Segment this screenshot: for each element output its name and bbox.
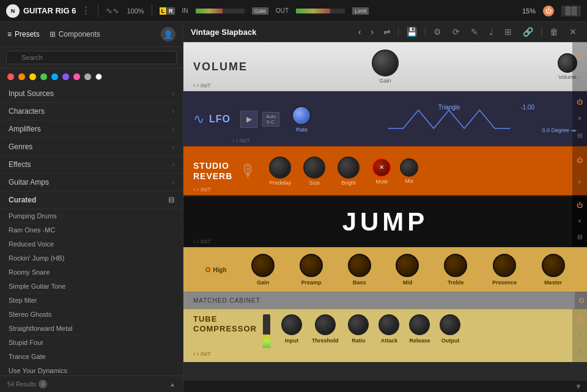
high-radio[interactable]	[205, 267, 210, 272]
amp-mid-knob[interactable]	[396, 254, 419, 277]
save-button[interactable]: 💾	[404, 26, 420, 38]
lfo-play-button[interactable]: ▶	[240, 111, 257, 128]
preset-ram-ones[interactable]: Ram Ones -MC	[0, 223, 183, 237]
menu-dots-icon[interactable]: ⋮	[81, 5, 90, 17]
preset-use-your-dynamics[interactable]: Use Your Dynamics	[0, 364, 183, 375]
mute-button[interactable]: ✕	[372, 158, 391, 177]
comp-prev-btn[interactable]: ‹	[193, 350, 195, 357]
amp-presence-knob[interactable]	[493, 254, 516, 277]
category-effects[interactable]: Effects ›	[0, 156, 183, 174]
comp-input-knob[interactable]	[281, 314, 302, 335]
list-view-icon[interactable]: ⊟	[168, 196, 174, 204]
edit-icon-btn[interactable]: ✎	[468, 26, 481, 38]
mix-knob[interactable]	[400, 158, 418, 177]
preset-rockin-jump[interactable]: Rockin' Jump (HB)	[0, 251, 183, 265]
search-input[interactable]	[6, 51, 177, 64]
category-characters[interactable]: Characters ›	[0, 103, 183, 120]
settings-icon-btn[interactable]: ⚙	[430, 26, 445, 38]
category-amplifiers[interactable]: Amplifiers ›	[0, 120, 183, 138]
preset-simple-guitar[interactable]: Simple Guitar Tone	[0, 279, 183, 294]
predelay-knob[interactable]	[269, 157, 291, 179]
volume-mute-icon[interactable]: ×	[578, 75, 581, 81]
info-icon[interactable]: i	[39, 380, 47, 388]
jump-x-icon[interactable]: ×	[578, 218, 581, 224]
presets-label: Presets	[15, 30, 40, 39]
jump-prev-btn[interactable]: ‹	[193, 238, 195, 245]
reverb-prev-btn[interactable]: ‹	[193, 186, 195, 193]
loop-icon-btn[interactable]: ⟳	[449, 26, 463, 38]
dot-gray[interactable]	[84, 73, 91, 80]
scroll-up-icon[interactable]: ▲	[169, 381, 175, 388]
preset-stupid-four[interactable]: Stupid Four	[0, 336, 183, 350]
comp-release-knob[interactable]	[409, 314, 430, 335]
amp-treble-knob[interactable]	[444, 254, 467, 277]
comp-power-icon[interactable]: ⏻	[577, 316, 583, 323]
amp-master-knob[interactable]	[542, 254, 565, 277]
search-wrapper: 🔍	[6, 51, 177, 64]
dot-orange[interactable]	[18, 73, 25, 80]
next-preset-button[interactable]: ›	[368, 26, 376, 38]
lfo-eq-icon[interactable]: ⊟	[577, 132, 582, 139]
size-knob[interactable]	[303, 157, 325, 179]
vol-next-btn[interactable]: ›	[197, 82, 199, 89]
comp-attack-knob[interactable]	[378, 314, 399, 335]
comp-next-btn[interactable]: ›	[197, 350, 199, 357]
category-genres[interactable]: Genres ›	[0, 138, 183, 156]
tab-presets[interactable]: ≡ Presets	[7, 30, 40, 39]
preset-straightforward[interactable]: Straightforward Metal	[0, 322, 183, 336]
close-icon-btn[interactable]: ✕	[566, 26, 580, 38]
topbar: N GUITAR RIG 6 ⋮ ∿∿ 100% L R IN Gate OUT…	[0, 0, 587, 22]
amp-bass-knob[interactable]	[348, 254, 371, 277]
jump-eq-icon[interactable]: ⊟	[577, 234, 582, 240]
reverb-x-icon[interactable]: ×	[578, 179, 581, 185]
slots-button[interactable]	[561, 6, 581, 17]
comp-x-icon[interactable]: ×	[578, 332, 581, 339]
lfo-auto-sc-button[interactable]: Auto S.C.	[262, 112, 279, 127]
lfo-rate-knob[interactable]	[292, 106, 311, 125]
comp-ratio-knob[interactable]	[348, 314, 369, 335]
volume-power-icon[interactable]: ⏻	[577, 53, 583, 59]
prev-preset-button[interactable]: ‹	[356, 26, 364, 38]
comp-eq-icon[interactable]: ⊟	[577, 348, 582, 355]
category-guitar-amps[interactable]: Guitar Amps ›	[0, 174, 183, 191]
link-icon-btn[interactable]: 🔗	[520, 26, 536, 38]
dot-white[interactable]	[95, 73, 102, 80]
comp-threshold-knob[interactable]	[315, 314, 336, 335]
power-button[interactable]: ⏻	[543, 6, 554, 17]
tuner-icon-btn[interactable]: ♩	[486, 26, 497, 38]
preset-stereo-ghosts[interactable]: Stereo Ghosts	[0, 308, 183, 322]
category-input-sources[interactable]: Input Sources ›	[0, 85, 183, 103]
shuffle-button[interactable]: ⇌	[381, 26, 393, 38]
reverb-next-btn[interactable]: ›	[197, 186, 199, 193]
lfo-power-icon[interactable]: ⏻	[577, 98, 583, 105]
amp-preamp-knob[interactable]	[300, 254, 323, 277]
gain-knob[interactable]	[372, 50, 399, 76]
tab-components[interactable]: ⊞ Components	[50, 30, 100, 39]
preset-step-filter[interactable]: Step filter	[0, 294, 183, 308]
preset-pumping-drums[interactable]: Pumping Drums	[0, 209, 183, 223]
dot-pink[interactable]	[73, 73, 80, 80]
lfo-x-icon[interactable]: ×	[578, 115, 581, 122]
dot-green[interactable]	[40, 73, 47, 80]
delete-icon-btn[interactable]: 🗑	[547, 26, 561, 38]
jump-next-btn[interactable]: ›	[197, 238, 199, 245]
user-avatar[interactable]: 👤	[161, 27, 175, 42]
dot-blue[interactable]	[51, 73, 58, 80]
meter-icon-btn[interactable]: ⊞	[501, 26, 515, 38]
preset-trance-gate[interactable]: Trance Gate	[0, 350, 183, 364]
preset-reduced-voice[interactable]: Reduced Voice	[0, 237, 183, 251]
preset-roomy-snare[interactable]: Roomy Snare	[0, 265, 183, 279]
comp-output-knob[interactable]	[440, 314, 460, 335]
lfo-next-btn[interactable]: ›	[236, 137, 238, 144]
lfo-prev-btn[interactable]: ‹	[232, 137, 234, 144]
dot-red[interactable]	[7, 73, 14, 80]
vol-prev-btn[interactable]: ‹	[193, 82, 195, 89]
dot-yellow[interactable]	[29, 73, 36, 80]
dot-purple[interactable]	[62, 73, 69, 80]
scroll-down-icon[interactable]: ▼	[575, 382, 582, 391]
reverb-power-icon[interactable]: ⏻	[577, 157, 583, 163]
matched-power-icon[interactable]: ⏻	[578, 297, 584, 303]
jump-power-icon[interactable]: ⏻	[577, 202, 583, 209]
bright-knob[interactable]	[338, 157, 360, 179]
amp-gain-knob[interactable]	[251, 254, 275, 277]
